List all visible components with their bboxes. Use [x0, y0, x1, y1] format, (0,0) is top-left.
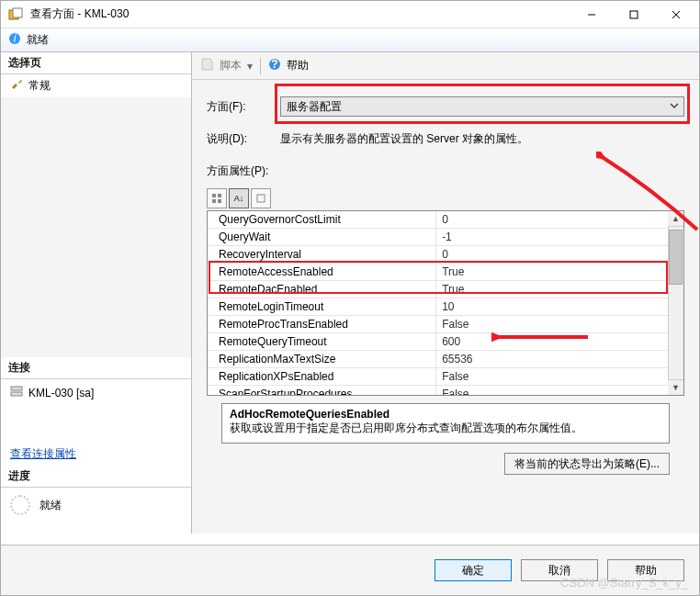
- property-value: True: [436, 264, 683, 281]
- svg-text:i: i: [14, 32, 17, 45]
- svg-rect-3: [630, 11, 638, 18]
- desc-label: 说明(D):: [207, 131, 271, 147]
- wrench-icon: [10, 78, 23, 94]
- property-row[interactable]: RemoteProcTransEnabledFalse: [208, 316, 683, 333]
- connection-value: KML-030 [sa]: [28, 387, 94, 399]
- svg-rect-9: [11, 392, 22, 396]
- property-row[interactable]: RecoveryInterval0: [208, 246, 683, 264]
- property-row[interactable]: RemoteAccessEnabledTrue: [208, 264, 683, 281]
- props-area: A↓ QueryGovernorCostLimit0QueryWait-1Rec…: [207, 188, 684, 475]
- svg-rect-16: [257, 195, 265, 202]
- property-name: RemoteProcTransEnabled: [208, 316, 436, 333]
- progress-entry: 就绪: [1, 488, 191, 523]
- propgrid-toolbar: A↓: [207, 188, 684, 208]
- property-name: QueryWait: [208, 229, 436, 246]
- property-row[interactable]: ReplicationXPsEnabledFalse: [208, 368, 683, 386]
- svg-rect-13: [218, 194, 221, 197]
- property-value: False: [436, 386, 683, 397]
- toolbar-help-label[interactable]: 帮助: [287, 58, 309, 73]
- help-icon: ?: [268, 58, 281, 73]
- script-icon: [199, 57, 214, 74]
- propgrid-scrollbar[interactable]: ▲ ▼: [668, 211, 683, 395]
- svg-rect-14: [212, 199, 216, 203]
- svg-text:?: ?: [271, 58, 277, 71]
- close-button[interactable]: [655, 1, 697, 28]
- desc-value: 显示有关服务器的配置设置的 Server 对象的属性。: [280, 131, 684, 147]
- facet-value: 服务器配置: [287, 99, 342, 115]
- property-desc-name: AdHocRemoteQueriesEnabled: [230, 408, 661, 421]
- ready-status-text: 就绪: [27, 32, 49, 48]
- cancel-button[interactable]: 取消: [521, 559, 598, 581]
- property-name: ReplicationMaxTextSize: [208, 351, 436, 368]
- select-page-header: 选择页: [1, 52, 191, 74]
- server-icon: [10, 385, 23, 400]
- property-name: ReplicationXPsEnabled: [208, 368, 436, 386]
- property-value: True: [436, 281, 683, 298]
- svg-rect-8: [11, 387, 22, 390]
- props-label: 方面属性(P):: [207, 164, 268, 177]
- scroll-up-button[interactable]: ▲: [668, 211, 683, 227]
- ready-status-bar: i 就绪: [1, 28, 699, 52]
- property-name: ScanForStartupProcedures: [208, 386, 436, 397]
- dialog-body: 选择页 常规 连接 KML-030 [sa] 查看连接属性 进度 就绪: [1, 52, 699, 534]
- chevron-down-icon: [669, 100, 680, 114]
- property-name: RecoveryInterval: [208, 246, 436, 264]
- property-description-box: AdHocRemoteQueriesEnabled 获取或设置用于指定是否已启用…: [221, 403, 670, 444]
- property-row[interactable]: ScanForStartupProceduresFalse: [208, 386, 683, 397]
- nav-item-label: 常规: [28, 78, 51, 94]
- property-name: RemoteLoginTimeout: [208, 298, 436, 316]
- toolbar-separator: [260, 58, 261, 74]
- right-pane: 脚本 ▾ ? 帮助 方面(F): 服务器配置: [192, 52, 699, 534]
- progress-spinner-icon: [10, 495, 30, 515]
- export-policy-button[interactable]: 将当前的状态导出为策略(E)...: [504, 453, 670, 475]
- property-value: 600: [436, 333, 683, 351]
- property-row[interactable]: QueryGovernorCostLimit0: [208, 211, 683, 229]
- property-desc-text: 获取或设置用于指定是否已启用即席分布式查询配置选项的布尔属性值。: [230, 421, 661, 436]
- property-value: 0: [436, 211, 683, 229]
- svg-rect-12: [212, 194, 216, 197]
- view-connection-properties-link[interactable]: 查看连接属性: [1, 443, 191, 466]
- connection-entry: KML-030 [sa]: [1, 379, 191, 406]
- property-row[interactable]: RemoteLoginTimeout10: [208, 298, 683, 316]
- property-name: QueryGovernorCostLimit: [208, 211, 436, 229]
- propgrid-pages-button[interactable]: [251, 188, 271, 208]
- maximize-button[interactable]: [613, 1, 655, 28]
- property-value: -1: [436, 229, 683, 246]
- window-title: 查看方面 - KML-030: [30, 6, 570, 22]
- property-name: RemoteAccessEnabled: [208, 264, 436, 281]
- property-value: 0: [436, 246, 683, 264]
- property-name: RemoteQueryTimeout: [208, 333, 436, 351]
- property-row[interactable]: QueryWait-1: [208, 229, 683, 246]
- nav-item-general[interactable]: 常规: [1, 74, 191, 97]
- facet-combo-wrap: 服务器配置: [280, 96, 684, 117]
- script-label[interactable]: 脚本: [220, 58, 242, 73]
- dialog-footer: 确定 取消 帮助: [1, 545, 699, 595]
- propgrid-alphabetical-button[interactable]: A↓: [229, 188, 249, 208]
- property-value: False: [436, 316, 683, 333]
- ok-button[interactable]: 确定: [435, 559, 512, 581]
- app-icon: [8, 7, 23, 22]
- property-row[interactable]: RemoteDacEnabledTrue: [208, 281, 683, 298]
- right-toolbar: 脚本 ▾ ? 帮助: [192, 52, 699, 80]
- left-pane: 选择页 常规 连接 KML-030 [sa] 查看连接属性 进度 就绪: [1, 52, 192, 534]
- minimize-button[interactable]: [570, 1, 613, 28]
- progress-header: 进度: [1, 466, 191, 488]
- progress-ready-text: 就绪: [40, 498, 62, 513]
- propgrid-categorized-button[interactable]: [207, 188, 227, 208]
- window-buttons: [570, 1, 697, 28]
- dropdown-chev-icon[interactable]: ▾: [247, 60, 253, 73]
- help-button[interactable]: 帮助: [607, 559, 684, 581]
- property-row[interactable]: ReplicationMaxTextSize65536: [208, 351, 683, 368]
- connection-header: 连接: [1, 357, 191, 379]
- form-area: 方面(F): 服务器配置 说明(D): 显示有关服务器的配置设置的 Server…: [192, 80, 699, 188]
- dialog-window: 查看方面 - KML-030 i 就绪 选择页 常规 连接 KML-030 [s…: [0, 0, 700, 596]
- facet-combobox[interactable]: 服务器配置: [280, 96, 684, 117]
- facet-label: 方面(F):: [207, 99, 271, 115]
- scroll-thumb[interactable]: [669, 230, 683, 285]
- property-name: RemoteDacEnabled: [208, 281, 436, 298]
- property-value: False: [436, 368, 683, 386]
- info-icon: i: [8, 32, 21, 48]
- property-grid[interactable]: QueryGovernorCostLimit0QueryWait-1Recove…: [207, 210, 684, 396]
- scroll-down-button[interactable]: ▼: [668, 379, 683, 395]
- property-row[interactable]: RemoteQueryTimeout600: [208, 333, 683, 351]
